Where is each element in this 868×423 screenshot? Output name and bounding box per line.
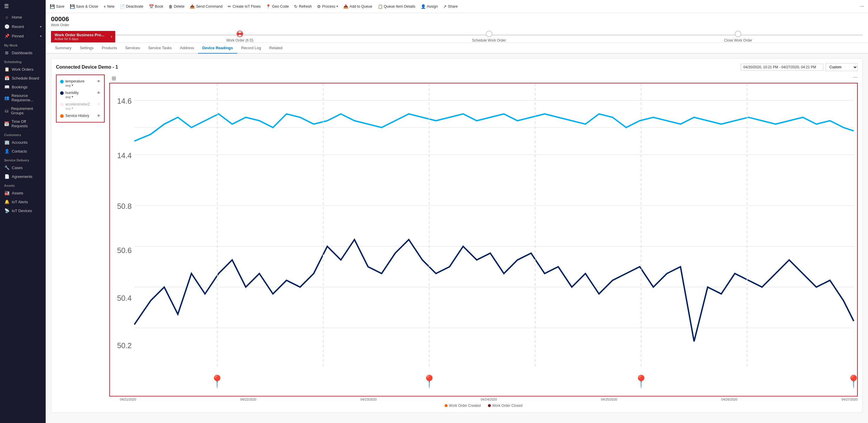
- service-history-label: Service History: [65, 114, 89, 118]
- chart-options-button[interactable]: ⋯: [853, 74, 858, 80]
- tab-service-tasks[interactable]: Service Tasks: [144, 43, 176, 54]
- process-icon: ⚙: [317, 4, 321, 9]
- sidebar-item-accounts[interactable]: 🏢 Accounts: [0, 138, 46, 147]
- chart-svg-area: ⊞ ⋯ 14.6 14.4 50.8: [109, 74, 858, 408]
- status-bar: Work Order Business Pro... Active for 6 …: [51, 29, 863, 42]
- tab-services[interactable]: Services: [121, 43, 144, 54]
- queue-item-details-button[interactable]: 📋 Queue Item Details: [375, 3, 418, 10]
- service-history-eye-icon[interactable]: 👁: [97, 114, 100, 118]
- chart-layers-button[interactable]: ⊞: [112, 75, 116, 82]
- legend-item-service-history[interactable]: Service History 👁: [59, 112, 102, 120]
- accounts-label: Accounts: [12, 140, 27, 144]
- book-button[interactable]: 📅 Book: [147, 3, 166, 10]
- save-button[interactable]: 💾 Save: [48, 3, 67, 10]
- send-command-button[interactable]: 📤 Send Command: [187, 3, 225, 10]
- sidebar-item-time-off-requests[interactable]: 📆 Time Off Requests: [0, 117, 46, 130]
- sidebar-item-agreements[interactable]: 📄 Agreements: [0, 172, 46, 181]
- humidity-eye-icon[interactable]: 👁: [97, 91, 100, 95]
- sidebar-item-recent[interactable]: 🕐 Recent ▾: [0, 22, 46, 31]
- tab-device-readings[interactable]: Device Readings: [198, 43, 237, 54]
- section-header-mywork: My Work: [0, 41, 46, 48]
- delete-button[interactable]: 🗑 Delete: [166, 3, 187, 10]
- status-circle-schedule: [486, 31, 492, 37]
- tab-related[interactable]: Related: [265, 43, 287, 54]
- svg-text:14.6: 14.6: [117, 97, 131, 105]
- status-chevron-button[interactable]: ‹: [108, 31, 115, 42]
- sidebar-item-cases[interactable]: 🔧 Cases: [0, 163, 46, 172]
- cases-icon: 🔧: [4, 165, 9, 170]
- new-button[interactable]: + New: [101, 3, 117, 10]
- sidebar-item-home[interactable]: ⌂ Home: [0, 12, 46, 22]
- deactivate-button[interactable]: 📄 Deactivate: [117, 3, 146, 10]
- temperature-sub: avg ▾: [65, 84, 85, 87]
- dashboards-icon: ⊞: [4, 51, 9, 55]
- svg-text:50.4: 50.4: [117, 294, 131, 302]
- temperature-label-group: temperature avg ▾: [65, 79, 85, 87]
- geo-code-label: Geo Code: [272, 4, 289, 8]
- sidebar-item-iot-alerts[interactable]: 🔔 IoT Alerts: [0, 197, 46, 206]
- iot-flows-label: Create IoT Flows: [232, 4, 260, 8]
- sidebar-item-schedule-board[interactable]: 📅 Schedule Board: [0, 74, 46, 83]
- accelerometer-eye-icon[interactable]: 👁: [97, 102, 100, 106]
- status-label-schedule: Schedule Work Order: [472, 38, 506, 42]
- iot-alerts-label: IoT Alerts: [12, 200, 28, 204]
- humidity-dot: [60, 91, 64, 95]
- work-order-created-dot: [444, 404, 447, 407]
- tab-address[interactable]: Address: [176, 43, 198, 54]
- legend-item-temperature[interactable]: temperature avg ▾ 👁: [59, 77, 102, 89]
- geo-code-button[interactable]: 📍 Geo Code: [264, 3, 291, 10]
- create-iot-flows-button[interactable]: ✏ Create IoT Flows: [225, 3, 263, 10]
- queue-item-icon: 📋: [378, 4, 383, 9]
- status-active-pill[interactable]: Work Order Business Pro... Active for 6 …: [51, 31, 108, 42]
- date-preset-select[interactable]: Custom Last 7 Days Last 30 Days: [826, 63, 858, 71]
- chart-title: Connected Device Demo - 1: [56, 65, 118, 70]
- accelerometer-dot: [60, 103, 64, 106]
- sidebar-item-work-orders[interactable]: 📋 Work Orders: [0, 65, 46, 74]
- temperature-eye-icon[interactable]: 👁: [97, 79, 100, 84]
- sidebar-item-dashboards[interactable]: ⊞ Dashboards: [0, 48, 46, 57]
- date-range-input[interactable]: [741, 64, 823, 71]
- sidebar-item-iot-devices[interactable]: 📡 IoT Devices: [0, 206, 46, 215]
- accelerometer-label: accelerometerZ: [65, 102, 90, 106]
- more-button[interactable]: ⋯: [858, 3, 866, 10]
- sidebar-home-label: Home: [12, 15, 22, 20]
- record-header: 00006 Work Order Work Order Business Pro…: [46, 13, 868, 43]
- status-circle-work-order: [237, 31, 243, 37]
- status-step-schedule: Schedule Work Order: [365, 31, 614, 42]
- tab-summary[interactable]: Summary: [51, 43, 76, 54]
- add-to-queue-button[interactable]: 📥 Add to Queue: [341, 3, 374, 10]
- recent-icon: 🕐: [4, 24, 9, 29]
- sidebar-item-contacts[interactable]: 👤 Contacts: [0, 147, 46, 156]
- new-label: New: [107, 4, 114, 8]
- legend-item-accelerometer[interactable]: accelerometerZ avg ▾ 👁: [59, 100, 102, 112]
- x-label-0423: 04/23/2020: [360, 398, 376, 401]
- tab-record-log[interactable]: Record Log: [237, 43, 265, 54]
- humidity-label-group: humidity avg ▾: [65, 91, 79, 99]
- save-close-button[interactable]: 💾 Save & Close: [67, 3, 101, 10]
- hamburger-menu[interactable]: ☰: [0, 0, 46, 12]
- refresh-label: Refresh: [299, 4, 312, 8]
- sidebar-item-pinned[interactable]: 📌 Pinned ▾: [0, 31, 46, 41]
- svg-text:50.8: 50.8: [117, 202, 131, 210]
- req-groups-icon: 🗂: [4, 108, 8, 113]
- status-step-close: Close Work Order: [614, 31, 863, 42]
- legend-item-humidity[interactable]: humidity avg ▾ 👁: [59, 89, 102, 100]
- sidebar-item-resource-requirements[interactable]: 👥 Resource Requireme...: [0, 91, 46, 104]
- share-button[interactable]: ↗ Share: [441, 3, 460, 10]
- assign-button[interactable]: 👤 Assign: [418, 3, 440, 10]
- add-to-queue-label: Add to Queue: [349, 4, 372, 8]
- svg-text:📍: 📍: [422, 374, 437, 389]
- section-header-customers: Customers: [0, 130, 46, 138]
- sidebar-item-bookings[interactable]: 📖 Bookings: [0, 83, 46, 91]
- resource-req-icon: 👥: [4, 95, 9, 100]
- more-icon: ⋯: [860, 4, 864, 8]
- work-orders-label: Work Orders: [12, 67, 33, 72]
- process-button[interactable]: ⚙ Process ▾: [315, 3, 340, 10]
- refresh-button[interactable]: ↻ Refresh: [292, 3, 314, 10]
- tab-products[interactable]: Products: [98, 43, 121, 54]
- toolbar: 💾 Save 💾 Save & Close + New 📄 Deactivate…: [46, 0, 868, 13]
- schedule-board-icon: 📅: [4, 76, 9, 80]
- sidebar-item-requirement-groups[interactable]: 🗂 Requirement Groups: [0, 104, 46, 117]
- sidebar-item-assets[interactable]: 🏭 Assets: [0, 189, 46, 197]
- tab-settings[interactable]: Settings: [76, 43, 98, 54]
